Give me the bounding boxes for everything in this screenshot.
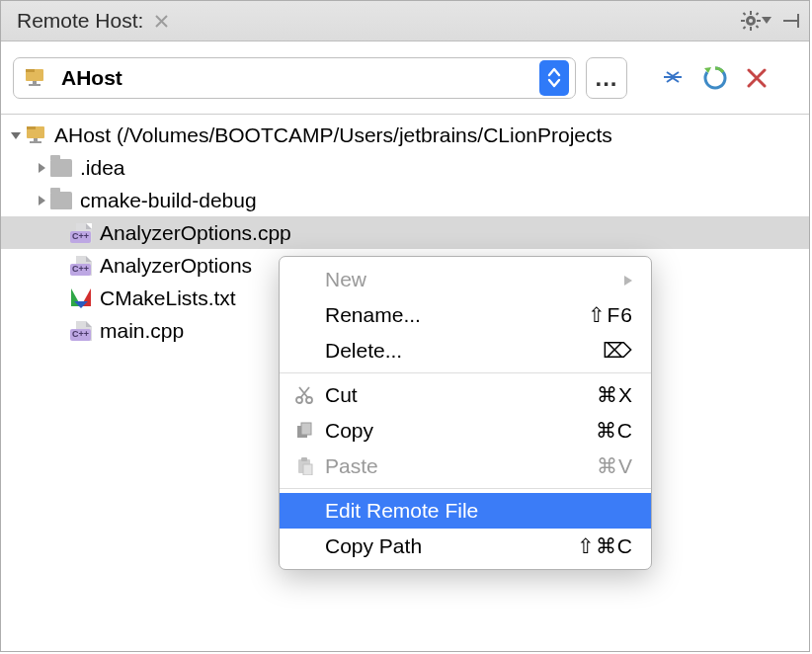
remote-host-toolbar: AHost ... — [1, 41, 809, 115]
host-icon — [25, 124, 46, 146]
panel-title-bar: Remote Host: — [1, 1, 809, 41]
folder-icon — [50, 190, 72, 211]
separator — [280, 488, 651, 489]
cpp-file-icon: C++ — [70, 255, 92, 277]
copy-icon — [293, 422, 315, 440]
context-menu-label: Copy — [325, 419, 534, 443]
tree-folder[interactable]: .idea — [1, 151, 809, 184]
cpp-file-icon: C++ — [70, 222, 92, 244]
host-selector[interactable]: AHost — [13, 57, 576, 99]
context-menu-label: Delete... — [325, 339, 534, 363]
close-tab-icon[interactable] — [155, 15, 168, 28]
context-menu-shortcut: ⇧F6 — [544, 303, 633, 327]
svg-rect-3 — [750, 27, 752, 31]
tree-root-label: AHost — [54, 123, 111, 147]
svg-rect-6 — [743, 12, 747, 16]
tree-node-label: .idea — [80, 156, 125, 180]
cut-icon — [293, 386, 315, 404]
cpp-file-icon: C++ — [70, 320, 92, 342]
tree-folder[interactable]: cmake-build-debug — [1, 184, 809, 216]
context-menu-item-copy-path[interactable]: Copy Path ⇧⌘C — [280, 529, 651, 564]
svg-rect-22 — [301, 423, 311, 435]
refresh-icon[interactable] — [702, 65, 728, 91]
cmake-file-icon — [70, 287, 92, 309]
context-menu-shortcut: ⌘X — [544, 383, 633, 407]
svg-rect-5 — [757, 20, 761, 22]
context-menu-shortcut: ⇧⌘C — [544, 534, 633, 558]
svg-rect-24 — [301, 457, 307, 461]
svg-rect-12 — [26, 69, 35, 72]
panel-title: Remote Host: — [7, 9, 143, 33]
context-menu-item-edit-remote-file[interactable]: Edit Remote File — [280, 493, 651, 529]
context-menu-label: Cut — [325, 383, 534, 407]
folder-icon — [50, 157, 72, 179]
chevron-right-icon[interactable] — [33, 162, 50, 174]
context-menu-item-paste[interactable]: Paste ⌘V — [280, 449, 651, 484]
svg-rect-18 — [30, 141, 41, 143]
context-menu-label: Copy Path — [325, 534, 534, 558]
context-menu-shortcut: ⌘C — [544, 419, 633, 443]
browse-button-label: ... — [595, 64, 617, 92]
tree-node-label: CMakeLists.txt — [100, 286, 236, 310]
context-menu: New Rename... ⇧F6 Delete... ⌦ Cut ⌘X — [279, 256, 652, 570]
host-selector-label: AHost — [61, 66, 531, 90]
collapse-all-icon[interactable] — [661, 66, 685, 90]
tree-file[interactable]: C++ AnalyzerOptions.cpp — [1, 216, 809, 249]
svg-rect-16 — [27, 126, 36, 129]
browse-button[interactable]: ... — [586, 57, 627, 99]
context-menu-item-cut[interactable]: Cut ⌘X — [280, 377, 651, 413]
toolbar-actions — [661, 65, 768, 91]
svg-rect-10 — [797, 14, 799, 28]
context-menu-label: Paste — [325, 454, 534, 478]
svg-rect-7 — [756, 25, 760, 29]
context-menu-label: Rename... — [325, 303, 534, 327]
context-menu-shortcut: ⌦ — [544, 339, 633, 363]
svg-rect-4 — [741, 20, 745, 22]
stepper-icon[interactable] — [539, 60, 569, 96]
host-icon — [24, 67, 45, 89]
chevron-down-icon[interactable] — [7, 129, 25, 141]
svg-rect-13 — [33, 81, 37, 84]
context-menu-label: New — [325, 268, 534, 291]
remote-host-panel: Remote Host: AHost ... — [0, 0, 810, 652]
context-menu-shortcut: ⌘V — [544, 454, 633, 478]
context-menu-label: Edit Remote File — [325, 499, 534, 523]
svg-rect-25 — [303, 464, 312, 475]
tree-root[interactable]: AHost (/Volumes/BOOTCAMP/Users/jetbrains… — [1, 119, 809, 151]
svg-rect-17 — [34, 138, 38, 141]
context-menu-item-new[interactable]: New — [280, 262, 651, 297]
svg-rect-8 — [743, 26, 747, 30]
svg-rect-14 — [29, 84, 41, 86]
submenu-arrow-icon — [544, 268, 633, 291]
hide-panel-icon[interactable] — [781, 12, 803, 30]
chevron-right-icon[interactable] — [33, 195, 50, 206]
tree-node-label: AnalyzerOptions — [100, 254, 252, 278]
svg-rect-2 — [750, 11, 752, 15]
delete-icon[interactable] — [746, 67, 768, 89]
tree-root-path: (/Volumes/BOOTCAMP/Users/jetbrains/CLion… — [117, 123, 612, 147]
context-menu-item-copy[interactable]: Copy ⌘C — [280, 413, 651, 449]
tree-node-label: main.cpp — [100, 319, 184, 343]
context-menu-item-delete[interactable]: Delete... ⌦ — [280, 333, 651, 368]
context-menu-item-rename[interactable]: Rename... ⇧F6 — [280, 297, 651, 333]
svg-rect-9 — [756, 12, 760, 16]
tree-node-label: cmake-build-debug — [80, 189, 257, 212]
tree-node-label: AnalyzerOptions.cpp — [100, 221, 291, 245]
svg-point-1 — [749, 19, 753, 23]
separator — [280, 372, 651, 373]
gear-icon[interactable] — [740, 10, 771, 32]
paste-icon — [293, 457, 315, 475]
